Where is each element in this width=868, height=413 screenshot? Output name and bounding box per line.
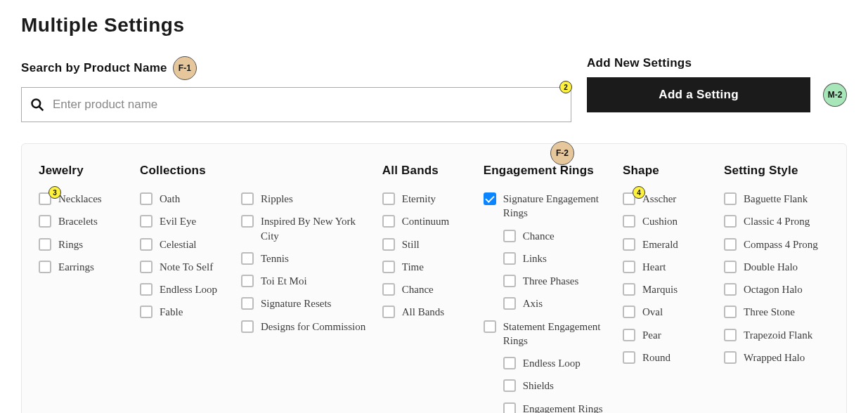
checkbox-label: Chance	[402, 282, 434, 296]
checkbox[interactable]	[623, 351, 635, 364]
checkbox[interactable]	[241, 320, 254, 333]
checkbox[interactable]	[140, 215, 153, 228]
col-style: Setting Style Baguette FlankClassic 4 Pr…	[724, 164, 829, 373]
list-item: Double Halo	[724, 260, 829, 274]
checkbox[interactable]	[140, 306, 153, 318]
list-item: Note To Self	[140, 260, 231, 274]
checkbox-label: Pear	[642, 328, 661, 342]
search-input[interactable]	[51, 97, 562, 112]
checkbox-label: Eternity	[402, 192, 436, 206]
checkbox[interactable]	[382, 215, 395, 228]
checkbox-label: Classic 4 Prong	[744, 214, 810, 228]
checkbox[interactable]	[241, 275, 254, 287]
checkbox[interactable]	[241, 192, 254, 205]
list-item: Ripples	[241, 192, 373, 206]
list-item: Time	[382, 260, 474, 274]
checkbox[interactable]	[724, 192, 737, 205]
list-item: Rings	[39, 237, 130, 251]
checkbox[interactable]	[724, 306, 737, 318]
checkbox-label: Three Phases	[523, 274, 579, 288]
checkbox[interactable]	[39, 215, 51, 228]
checkbox[interactable]	[724, 329, 737, 341]
checkbox[interactable]	[382, 238, 395, 251]
checkbox[interactable]	[623, 261, 635, 273]
checkbox[interactable]	[140, 192, 153, 205]
jewelry-title: Jewelry	[39, 164, 130, 178]
list-item: All Bands	[382, 305, 474, 319]
checkbox[interactable]	[382, 283, 395, 296]
list-item: Axis	[503, 296, 613, 310]
checkbox[interactable]	[39, 238, 51, 251]
list-item: Wrapped Halo	[724, 350, 829, 365]
checkbox[interactable]	[140, 261, 153, 273]
checkbox-label: Chance	[523, 229, 555, 243]
list-item: Three Phases	[503, 274, 613, 288]
checkbox[interactable]	[503, 379, 516, 392]
checkbox[interactable]	[503, 297, 516, 310]
checkbox-label: Asscher	[642, 192, 676, 206]
badge-y2: 2	[559, 81, 572, 93]
list-item: Inspired By New York City	[241, 214, 373, 243]
checkbox-signature-engagement[interactable]	[484, 192, 496, 205]
add-block: Add New Settings Add a Setting M-2	[587, 56, 847, 112]
checkbox[interactable]	[724, 283, 737, 296]
checkbox-label: Rings	[58, 237, 83, 251]
checkbox[interactable]	[623, 238, 635, 251]
checkbox[interactable]	[382, 261, 395, 273]
list-item: Compass 4 Prong	[724, 237, 829, 251]
add-setting-button[interactable]: Add a Setting	[587, 77, 810, 112]
checkbox[interactable]	[724, 238, 737, 251]
checkbox[interactable]	[503, 230, 516, 242]
checkbox-label: Ripples	[261, 192, 293, 206]
checkbox-label: Endless Loop	[523, 356, 581, 370]
checkbox-label: Bracelets	[58, 214, 98, 228]
checkbox[interactable]	[623, 306, 635, 318]
list-item: Classic 4 Prong	[724, 214, 829, 228]
list-item: Celestial	[140, 237, 231, 251]
checkbox[interactable]	[623, 283, 635, 296]
list-item: Designs for Commission	[241, 320, 373, 334]
engagement-title: Engagement Rings	[484, 164, 613, 178]
checkbox-label: Fable	[160, 305, 183, 319]
svg-point-0	[32, 100, 41, 108]
checkbox[interactable]	[724, 351, 737, 364]
checkbox[interactable]	[241, 297, 254, 310]
checkbox[interactable]	[724, 215, 737, 228]
checkbox-label: Axis	[523, 296, 543, 310]
style-title: Setting Style	[724, 164, 829, 178]
checkbox-label: Compass 4 Prong	[744, 237, 818, 251]
checkbox[interactable]	[503, 252, 516, 265]
checkbox[interactable]	[623, 329, 635, 341]
checkbox[interactable]	[724, 261, 737, 273]
checkbox[interactable]	[503, 275, 516, 287]
checkbox[interactable]	[382, 192, 395, 205]
checkbox-label: Note To Self	[160, 260, 213, 274]
checkbox-label: Emerald	[642, 237, 678, 251]
checkbox-label: Signature Resets	[261, 296, 331, 310]
search-input-wrapper: 2	[21, 87, 571, 122]
checkbox[interactable]	[140, 283, 153, 296]
checkbox[interactable]	[382, 306, 395, 318]
checkbox-label: Endless Loop	[160, 282, 217, 296]
engagement-signature: Signature Engagement Rings	[484, 192, 613, 221]
checkbox[interactable]	[241, 215, 254, 228]
checkbox-statement-engagement[interactable]	[484, 320, 496, 333]
list-item: Engagement Rings for Commission	[503, 402, 613, 414]
checkbox[interactable]	[140, 238, 153, 251]
checkbox[interactable]	[503, 357, 516, 369]
svg-line-1	[39, 107, 44, 111]
checkbox-label: Designs for Commission	[261, 320, 365, 334]
checkbox-label: Marquis	[642, 282, 678, 296]
list-item: Toi Et Moi	[241, 274, 373, 288]
checkbox-label: Double Halo	[744, 260, 798, 274]
list-item: Shields	[503, 379, 613, 393]
checkbox-label: Still	[402, 237, 420, 251]
checkbox[interactable]	[241, 252, 254, 265]
search-block: Search by Product Name F-1 2	[21, 56, 571, 122]
statement-engagement-label: Statement Engagement Rings	[503, 320, 613, 348]
checkbox[interactable]	[623, 215, 635, 228]
checkbox[interactable]	[39, 261, 51, 273]
checkbox[interactable]	[503, 402, 516, 414]
list-item: Earrings	[39, 260, 130, 274]
col-collections-1: Collections OathEvil EyeCelestialNote To…	[140, 164, 231, 328]
